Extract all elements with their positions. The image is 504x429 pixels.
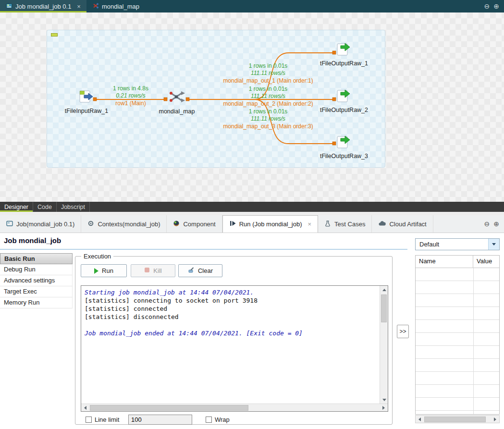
tab-label: Jobscript [61,204,85,210]
rows-stat: 1 rows in 0.01s [196,108,340,115]
title-underline [0,249,407,250]
sidebar-item-memory-run[interactable]: Memory Run [0,297,73,308]
scroll-down-icon[interactable] [380,396,388,404]
file-input-icon [79,98,94,105]
cloud-artifact-icon [378,220,386,228]
tab-label: Job(mondial_job 0.1) [16,221,74,228]
rate-stat: 111.11 rows/s [196,115,340,123]
editor-tab-job-mondial-job[interactable]: Job mondial_job 0.1 × [0,0,86,12]
editor-tab-mondial-map[interactable]: mondial_map [86,0,145,12]
job-icon [6,2,12,11]
view-tab-bar: Job(mondial_job 0.1) Contexts(mondial_jo… [0,215,504,233]
sidebar-item-basic-run[interactable]: Basic Run [0,253,73,264]
file-output-icon [337,50,351,57]
console-line: [statistics] disconnected [85,313,376,321]
tab-label: Contexts(mondial_job) [98,221,160,228]
maximize-view-icon[interactable]: ⊕ [493,220,499,228]
test-cases-icon [324,220,331,228]
connection-stats-row1: 1 rows in 4.8s 0.21 rows/s row1 (Main) [92,85,169,107]
rows-stat: 1 rows in 4.8s [92,85,169,92]
line-limit-input[interactable] [128,415,192,425]
rate-stat: 0.21 rows/s [92,92,169,99]
console-line: Job mondial_job ended at 14:44 07/04/202… [85,329,376,337]
execution-console[interactable]: Starting job mondial_job at 14:44 07/04/… [81,285,388,412]
editor-tab-label: mondial_map [102,3,139,10]
clear-button-label: Clear [198,267,213,274]
console-line: Starting job mondial_job at 14:44 07/04/… [85,288,376,296]
play-icon [94,268,98,274]
designer-tab-bar: Designer Code Jobscript [0,202,504,212]
console-output: Starting job mondial_job at 14:44 07/04/… [81,286,388,340]
tab-job-view[interactable]: Job(mondial_job 0.1) [0,215,81,233]
tab-label: Component [183,221,215,228]
vertical-scroll-thumb[interactable] [381,294,387,322]
clear-icon [188,267,195,275]
console-horizontal-scrollbar[interactable] [81,404,388,411]
chevron-down-icon[interactable] [488,239,499,250]
tab-designer[interactable]: Designer [0,202,33,212]
sidebar-item-target-exec[interactable]: Target Exec [0,286,73,297]
component-tfileoutputraw-3[interactable]: tFileOutputRaw_3 [309,135,379,159]
connection-label[interactable]: mondial_map_out_1 (Main order:1) [196,77,340,85]
tmap-icon [168,98,185,105]
design-canvas[interactable]: tFileInputRaw_1 mondial_map tFileOutputR… [0,12,504,202]
close-icon[interactable]: × [77,3,81,10]
scroll-up-icon[interactable] [380,286,388,294]
connection-stats-out3: 1 rows in 0.01s 111.11 rows/s mondial_ma… [196,108,340,130]
execution-group: Execution Run Kill Clear Starting job mo… [75,256,393,425]
tab-run-view[interactable]: Run (Job mondial_job) × [222,215,318,233]
console-line: [statistics] connected [85,305,376,313]
console-line: [statistics] connecting to socket on por… [85,296,376,305]
rows-stat: 1 rows in 0.01s [196,62,340,70]
tab-label: Code [37,204,52,210]
column-header-value[interactable]: Value [473,256,492,268]
tab-code[interactable]: Code [33,202,57,212]
sidebar-item-debug-run[interactable]: Debug Run [0,264,73,275]
sidebar-item-advanced-settings[interactable]: Advanced settings [0,275,73,286]
job-icon [6,220,13,228]
execution-legend: Execution [81,253,113,260]
tab-label: Cloud Artifact [389,221,426,228]
scroll-right-icon[interactable] [491,416,499,423]
tab-label: Test Cases [334,221,365,228]
connection-label[interactable]: mondial_map_out_3 (Main order:3) [196,123,340,130]
component-label: tFileInputRaw_1 [55,108,118,114]
maximize-view-icon[interactable]: ⊕ [493,2,499,10]
context-horizontal-scrollbar[interactable] [415,415,500,423]
run-button[interactable]: Run [81,264,127,277]
editor-tab-bar: Job mondial_job 0.1 × mondial_map ⊖ ⊕ [0,0,504,12]
connection-label[interactable]: row1 (Main) [92,100,169,107]
tab-test-cases-view[interactable]: Test Cases [318,215,372,233]
horizontal-scroll-thumb[interactable] [90,405,248,411]
clear-button[interactable]: Clear [178,264,222,277]
file-output-icon [337,143,351,150]
console-vertical-scrollbar[interactable] [380,286,388,404]
editor-tab-label: Job mondial_job 0.1 [15,3,71,10]
console-line [85,321,376,329]
tab-cloud-artifact-view[interactable]: Cloud Artifact [372,215,433,233]
scroll-right-icon[interactable] [380,404,388,412]
close-icon[interactable]: × [308,221,312,228]
tab-label: Run (Job mondial_job) [239,221,302,228]
kill-icon [144,267,150,274]
minimize-view-icon[interactable]: ⊖ [484,2,490,10]
connection-label[interactable]: mondial_map_out_2 (Main order:2) [196,100,340,108]
line-limit-label: Line limit [95,416,119,423]
component-icon [173,220,180,228]
minimize-view-icon[interactable]: ⊖ [484,220,490,228]
tab-jobscript[interactable]: Jobscript [57,202,90,212]
run-button-label: Run [102,267,113,274]
kill-button[interactable]: Kill [131,264,175,277]
page-title: Job mondial_job [4,236,61,245]
context-select[interactable]: Default [415,238,500,250]
expand-context-panel-button[interactable]: >> [397,325,409,338]
table-body[interactable] [416,268,499,414]
line-limit-checkbox[interactable] [86,417,92,423]
scroll-left-icon[interactable] [416,416,424,423]
column-header-name[interactable]: Name [416,256,473,268]
tab-component-view[interactable]: Component [167,215,222,233]
horizontal-scroll-thumb[interactable] [424,417,486,422]
wrap-checkbox[interactable] [206,417,212,423]
scroll-left-icon[interactable] [81,404,89,412]
tab-contexts-view[interactable]: Contexts(mondial_job) [81,215,167,233]
